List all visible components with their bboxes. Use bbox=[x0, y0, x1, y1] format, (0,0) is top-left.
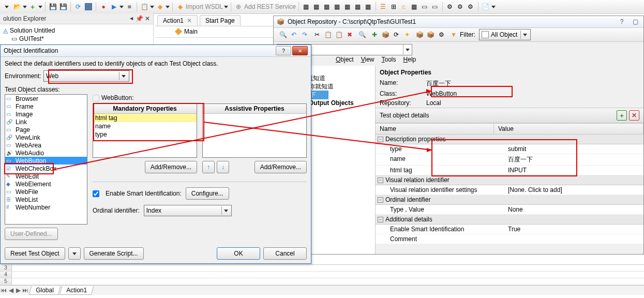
tool2-icon[interactable]: ⎌ bbox=[399, 2, 409, 11]
new-dropdown[interactable] bbox=[2, 2, 11, 11]
grid7-icon[interactable]: ▦ bbox=[364, 2, 373, 11]
main-toolbar: 📂 ＋ 💾 💾 ⟳ ● ▶ ■ 📋 ◆ ◆ Import WSDL ⊕ Add … bbox=[0, 0, 644, 14]
refresh-icon[interactable]: ⟳ bbox=[73, 2, 83, 11]
add-rest-button[interactable]: Add REST Service bbox=[244, 3, 296, 10]
grid2-icon[interactable]: ▦ bbox=[312, 2, 321, 11]
grid4-icon[interactable]: ▦ bbox=[333, 2, 342, 11]
rest-icon[interactable]: ⊕ bbox=[234, 2, 243, 11]
grid1-icon[interactable]: ▦ bbox=[302, 2, 311, 11]
list-icon[interactable]: ☰ bbox=[379, 2, 388, 11]
spy3-icon[interactable]: ⚙ bbox=[466, 2, 475, 11]
run-dropdown[interactable] bbox=[119, 6, 124, 8]
import-wsdl-button[interactable]: Import WSDL bbox=[186, 3, 223, 10]
record-icon[interactable]: ● bbox=[99, 2, 108, 11]
grid3-icon[interactable]: ▦ bbox=[322, 2, 332, 11]
clipboard-icon[interactable]: 📋 bbox=[140, 2, 149, 11]
stop-icon[interactable]: ■ bbox=[125, 2, 134, 11]
spy1-icon[interactable]: ⚙ bbox=[445, 2, 455, 11]
grid6-icon[interactable]: ▦ bbox=[353, 2, 363, 11]
import-wsdl-icon[interactable]: ◆ bbox=[175, 2, 185, 11]
solution-explorer-header: olution Explorer ▾ 📌 ✕ bbox=[0, 13, 153, 14]
document-tabs: Action1✕ Start Page bbox=[155, 13, 644, 14]
open-dropdown[interactable] bbox=[23, 6, 27, 8]
grid5-icon[interactable]: ▦ bbox=[343, 2, 352, 11]
save-icon[interactable]: 💾 bbox=[48, 2, 57, 11]
tool5-icon[interactable]: ▭ bbox=[430, 2, 440, 11]
run-icon[interactable]: ▶ bbox=[109, 2, 118, 11]
save-all-icon[interactable]: 💾 bbox=[58, 2, 68, 11]
solution-explorer-panel: olution Explorer ▾ 📌 ✕ ◬Solution Untitle… bbox=[0, 13, 154, 14]
db-icon[interactable] bbox=[84, 2, 93, 11]
tool4-icon[interactable]: ▭ bbox=[420, 2, 429, 11]
tool1-icon[interactable]: ⊞ bbox=[389, 2, 398, 11]
open-icon[interactable]: 📂 bbox=[12, 2, 22, 11]
tag-icon[interactable]: ◆ bbox=[155, 2, 164, 11]
spy2-icon[interactable]: ⚙ bbox=[456, 2, 465, 11]
tool3-icon[interactable]: ▦ bbox=[410, 2, 419, 11]
export-icon[interactable]: 📄 bbox=[481, 2, 490, 11]
add-dropdown[interactable] bbox=[38, 6, 42, 8]
add-icon[interactable]: ＋ bbox=[28, 2, 37, 11]
